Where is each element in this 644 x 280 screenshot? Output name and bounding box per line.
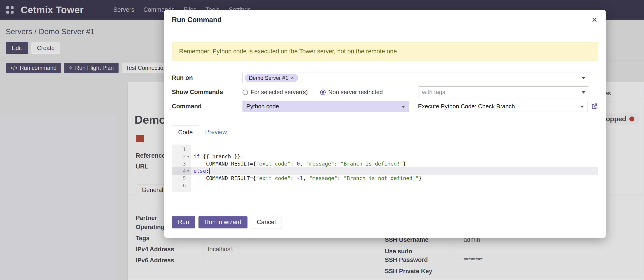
radio-selected-icon[interactable] [320,90,326,95]
with-tags-select[interactable]: with tags [418,86,589,98]
show-commands-row: Show Commands For selected server(s) Non… [172,86,589,98]
run-button[interactable]: Run [172,216,195,228]
command-reference-select[interactable]: Execute Python Code: Check Branch [414,101,588,112]
tab-code[interactable]: Code [172,125,199,139]
code-line-1[interactable] [191,146,598,153]
gutter-line-2: 2▾ [172,153,191,160]
editor-code-lines: if {{ branch }}: COMMAND_RESULT={"exit_c… [191,146,598,189]
chevron-down-icon[interactable] [582,77,585,79]
command-row: Command Python code Execute Python Code:… [172,101,598,112]
code-line-3[interactable]: COMMAND_RESULT={"exit_code": 0, "message… [191,160,598,167]
show-commands-label: Show Commands [172,89,242,96]
code-line-5[interactable]: COMMAND_RESULT={"exit_code": -1, "messag… [191,175,598,182]
modal-title: Run Command [172,16,222,24]
python-warning-banner: Remember: Python code is executed on the… [172,42,598,61]
gutter-line-1: 1 [172,146,191,153]
run-on-field[interactable]: Demo Server #1 ✕ [242,73,589,83]
tab-preview[interactable]: Preview [199,125,233,139]
indent-guide [206,175,206,189]
code-line-4[interactable]: else: [191,167,598,175]
code-line-2[interactable]: if {{ branch }}: [191,153,598,160]
show-commands-options: For selected server(s) Non server restri… [242,86,589,98]
chevron-down-icon[interactable] [582,91,585,94]
fold-toggle-icon[interactable]: ▾ [186,169,190,173]
gutter-line-5: 5 [172,175,191,182]
fold-toggle-icon[interactable]: ▾ [186,155,190,159]
server-tag-chip[interactable]: Demo Server #1 ✕ [245,74,298,82]
cancel-button[interactable]: Cancel [251,216,282,228]
modal-body: Remember: Python code is executed on the… [164,42,606,228]
radio-unselected-icon[interactable] [242,90,248,95]
gutter-line-6: 6 [172,182,191,189]
code-line-6[interactable] [191,182,598,189]
editor-gutter: 12▾34▾56 [172,145,191,192]
radio-for-selected-servers[interactable]: For selected server(s) [242,89,308,96]
code-editor[interactable]: 12▾34▾56 if {{ branch }}: COMMAND_RESULT… [172,145,598,192]
run-on-row: Run on Demo Server #1 ✕ [172,73,589,83]
modal-footer: Run Run in wizard Cancel [172,216,598,228]
page: Cetmix Tower Servers Commands Files Tool… [0,0,644,280]
modal-header: Run Command ✕ [164,10,606,24]
close-icon[interactable]: ✕ [590,16,599,24]
external-link-icon [590,102,598,111]
open-record-button[interactable] [588,102,598,111]
indent-guide [218,182,219,189]
editor-code-pane[interactable]: if {{ branch }}: COMMAND_RESULT={"exit_c… [191,145,598,192]
remove-tag-icon[interactable]: ✕ [291,76,294,80]
command-type-select[interactable]: Python code [242,101,409,112]
run-in-wizard-button[interactable]: Run in wizard [198,216,248,228]
gutter-line-3: 3 [172,160,191,167]
chevron-down-icon[interactable] [580,106,584,108]
gutter-line-4: 4▾ [172,167,191,175]
chevron-down-icon[interactable] [402,106,405,108]
run-on-label: Run on [172,74,242,81]
run-command-modal: Run Command ✕ Remember: Python code is e… [164,10,606,238]
command-label: Command [172,103,242,110]
text-cursor [209,168,210,174]
editor-tabs: Code Preview [172,125,598,139]
radio-non-server-restricted[interactable]: Non server restricted [320,89,383,96]
